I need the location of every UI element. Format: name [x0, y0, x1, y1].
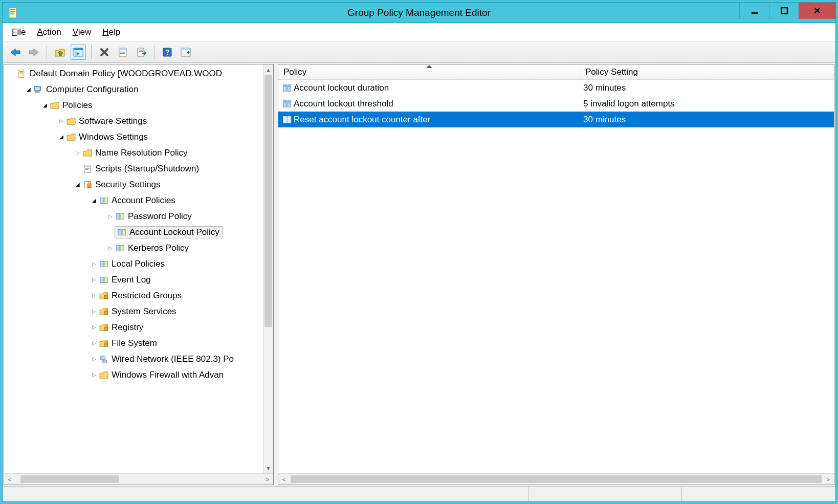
expand-glyph-icon[interactable]: ▷	[90, 292, 98, 300]
folder-icon	[82, 148, 93, 158]
up-button[interactable]	[52, 45, 68, 60]
list-row[interactable]: Account lockout threshold5 invalid logon…	[278, 96, 834, 112]
tree-item-label: Event Log	[112, 275, 151, 285]
expand-glyph-icon[interactable]	[74, 165, 82, 173]
expand-glyph-icon[interactable]: ◢	[25, 85, 33, 94]
tree-event-log[interactable]: ▷Event Log	[4, 272, 263, 288]
expand-glyph-icon[interactable]: ▷	[90, 260, 98, 268]
scroll-left-icon[interactable]: <	[4, 474, 15, 485]
tree-registry[interactable]: ▷Registry	[4, 319, 263, 335]
expand-glyph-icon[interactable]: ▷	[90, 323, 98, 332]
tree-wired-network[interactable]: ▷Wired Network (IEEE 802.3) Po	[4, 351, 263, 367]
scrollbar-thumb[interactable]	[20, 475, 119, 483]
maximize-button[interactable]	[769, 3, 799, 19]
close-button[interactable]: ✕	[799, 3, 835, 19]
expand-glyph-icon[interactable]: ▷	[57, 117, 65, 125]
expand-glyph-icon[interactable]: ▷	[90, 371, 98, 379]
tree-windows-firewall[interactable]: ▷Windows Firewall with Advan	[4, 367, 263, 383]
tree-software-settings[interactable]: ▷Software Settings	[4, 113, 263, 129]
menu-file[interactable]: File	[12, 27, 26, 37]
tree-file-system[interactable]: ▷File System	[4, 335, 263, 351]
svg-rect-27	[85, 166, 90, 167]
expand-glyph-icon[interactable]: ▷	[74, 149, 82, 157]
expand-glyph-icon[interactable]: ◢	[90, 196, 98, 205]
tree-vertical-scrollbar[interactable]: ▲ ▼	[263, 64, 273, 473]
svg-rect-42	[100, 277, 103, 282]
scroll-left-icon[interactable]: <	[278, 474, 290, 485]
policy-tree[interactable]: Default Domain Policy [WOODGROVEAD.WOOD◢…	[4, 64, 263, 473]
scroll-right-icon[interactable]: >	[823, 474, 834, 485]
folder-icon	[49, 100, 60, 111]
menu-view[interactable]: View	[73, 27, 92, 37]
tree-password-policy[interactable]: ▷Password Policy	[4, 208, 263, 224]
svg-rect-33	[104, 198, 107, 203]
filter-button[interactable]	[178, 45, 193, 60]
svg-rect-4	[752, 12, 758, 14]
tree-item-label: Wired Network (IEEE 802.3) Po	[112, 354, 234, 364]
expand-glyph-icon[interactable]: ▷	[90, 308, 98, 316]
svg-rect-21	[19, 71, 24, 72]
svg-rect-7	[74, 48, 83, 50]
scroll-up-icon[interactable]: ▲	[263, 64, 273, 75]
scrollbar-thumb[interactable]	[264, 75, 272, 327]
scroll-down-icon[interactable]: ▼	[263, 463, 273, 473]
expand-glyph-icon[interactable]: ▷	[90, 339, 98, 347]
tree-root[interactable]: Default Domain Policy [WOODGROVEAD.WOOD	[4, 65, 263, 81]
toolbar: ?	[3, 41, 835, 63]
tree-windows-settings[interactable]: ◢Windows Settings	[4, 129, 263, 145]
help-button[interactable]: ?	[160, 45, 175, 60]
shield-icon	[82, 180, 93, 190]
tree-name-resolution-policy[interactable]: ▷Name Resolution Policy	[4, 145, 263, 161]
tree-pane: Default Domain Policy [WOODGROVEAD.WOOD◢…	[4, 64, 274, 485]
svg-rect-1	[10, 9, 15, 10]
column-header-policy[interactable]: Policy	[278, 64, 580, 79]
expand-glyph-icon[interactable]: ◢	[74, 181, 82, 189]
cell-setting: 30 minutes	[580, 115, 834, 125]
export-button[interactable]	[134, 45, 149, 60]
properties-button[interactable]	[115, 45, 130, 60]
expand-glyph-icon[interactable]: ▷	[106, 212, 115, 221]
expand-glyph-icon[interactable]	[106, 228, 115, 236]
tree-system-services[interactable]: ▷System Services	[4, 303, 263, 319]
tree-restricted-groups[interactable]: ▷Restricted Groups	[4, 288, 263, 303]
tree-kerberos-policy[interactable]: ▷Kerberos Policy	[4, 240, 263, 256]
svg-rect-32	[100, 198, 103, 203]
scrollbar-thumb[interactable]	[291, 475, 822, 483]
expand-glyph-icon[interactable]: ◢	[41, 101, 49, 109]
tree-item-label: Password Policy	[128, 211, 192, 222]
list-horizontal-scrollbar[interactable]: < >	[278, 473, 834, 485]
show-hide-tree-button[interactable]	[71, 45, 86, 60]
column-header-setting[interactable]: Policy Setting	[580, 64, 834, 79]
expand-glyph-icon[interactable]: ◢	[57, 133, 65, 141]
pane-splitter[interactable]	[274, 64, 278, 485]
cell-policy: Reset account lockout counter after	[278, 115, 580, 125]
policy-item-icon	[281, 99, 293, 108]
menu-action[interactable]: Action	[37, 27, 61, 37]
tree-scripts[interactable]: Scripts (Startup/Shutdown)	[4, 161, 263, 177]
app-icon	[8, 7, 20, 19]
scroll-right-icon[interactable]: >	[262, 474, 273, 485]
expand-glyph-icon[interactable]: ▷	[90, 276, 98, 284]
tree-account-policies[interactable]: ◢Account Policies	[4, 192, 263, 208]
expand-glyph-icon[interactable]: ▷	[90, 355, 98, 363]
list-row[interactable]: Reset account lockout counter after30 mi…	[278, 112, 834, 127]
tree-security-settings[interactable]: ◢Security Settings	[4, 177, 263, 192]
tree-account-lockout-policy[interactable]: Account Lockout Policy	[4, 224, 263, 240]
back-button[interactable]	[8, 45, 23, 60]
list-row[interactable]: Account lockout duration30 minutes	[278, 80, 834, 96]
list-body[interactable]: Account lockout duration30 minutesAccoun…	[278, 80, 834, 473]
forward-button[interactable]	[26, 45, 41, 60]
expand-glyph-icon[interactable]: ▷	[106, 244, 115, 252]
expand-glyph-icon[interactable]	[8, 70, 16, 78]
tree-item-label: Default Domain Policy [WOODGROVEAD.WOOD	[30, 69, 222, 79]
tree-local-policies[interactable]: ▷Local Policies	[4, 256, 263, 272]
tree-horizontal-scrollbar[interactable]: < >	[4, 473, 273, 485]
toolbar-separator	[47, 45, 47, 59]
tree-policies[interactable]: ◢Policies	[4, 97, 263, 113]
minimize-button[interactable]	[739, 3, 769, 19]
content-area: Default Domain Policy [WOODGROVEAD.WOOD◢…	[3, 63, 835, 486]
svg-rect-15	[139, 51, 143, 52]
delete-button[interactable]	[97, 45, 112, 60]
tree-computer-configuration[interactable]: ◢Computer Configuration	[4, 81, 263, 97]
menu-help[interactable]: Help	[102, 27, 120, 37]
